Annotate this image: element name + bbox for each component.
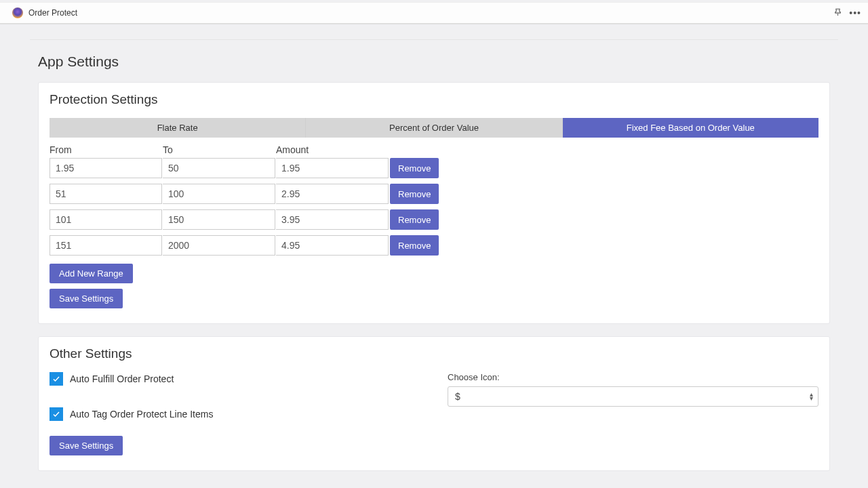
auto-tag-row: Auto Tag Order Protect Line Items <box>50 407 420 421</box>
amount-input[interactable] <box>276 209 389 230</box>
table-row: Remove <box>50 184 818 204</box>
col-from-label: From <box>50 144 162 155</box>
other-settings-card: Other Settings Auto Fulfill Order Protec… <box>38 336 830 471</box>
save-other-settings-button[interactable]: Save Settings <box>50 436 123 455</box>
to-input[interactable] <box>163 158 275 178</box>
chevron-updown-icon: ▴▾ <box>810 392 813 401</box>
protection-settings-card: Protection Settings Flate Rate Percent o… <box>38 82 830 324</box>
save-settings-button[interactable]: Save Settings <box>50 289 123 308</box>
from-input[interactable] <box>50 209 162 230</box>
amount-input[interactable] <box>276 235 389 256</box>
from-input[interactable] <box>50 184 162 204</box>
table-row: Remove <box>50 235 818 256</box>
choose-icon-select[interactable]: ▴▾ <box>448 386 818 407</box>
pin-icon[interactable] <box>833 7 842 19</box>
more-icon[interactable]: ••• <box>849 7 861 18</box>
page-title: App Settings <box>38 54 830 70</box>
from-input[interactable] <box>50 235 162 256</box>
card-title-protection: Protection Settings <box>50 92 818 107</box>
choose-icon-input[interactable] <box>448 386 818 407</box>
remove-button[interactable]: Remove <box>390 235 439 256</box>
amount-input[interactable] <box>276 184 389 204</box>
browser-tab-bar: Order Protect ••• <box>0 2 868 24</box>
table-row: Remove <box>50 158 818 178</box>
remove-button[interactable]: Remove <box>390 158 439 178</box>
auto-tag-checkbox[interactable] <box>50 407 63 421</box>
auto-tag-label: Auto Tag Order Protect Line Items <box>70 409 213 420</box>
add-range-button[interactable]: Add New Range <box>50 264 133 283</box>
auto-fulfill-row: Auto Fulfill Order Protect <box>50 372 420 386</box>
col-to-label: To <box>163 144 275 155</box>
tab-flat-rate[interactable]: Flate Rate <box>50 118 306 138</box>
tab-title: Order Protect <box>28 8 77 18</box>
from-input[interactable] <box>50 158 162 178</box>
card-title-other: Other Settings <box>50 346 818 361</box>
to-input[interactable] <box>163 209 275 230</box>
range-column-headers: From To Amount <box>50 144 818 155</box>
choose-icon-label: Choose Icon: <box>448 372 818 382</box>
to-input[interactable] <box>163 235 275 256</box>
remove-button[interactable]: Remove <box>390 184 439 204</box>
rate-type-tabs: Flate Rate Percent of Order Value Fixed … <box>50 118 818 138</box>
col-amount-label: Amount <box>276 144 389 155</box>
tab-actions: ••• <box>833 7 868 19</box>
range-rows: Remove Remove Remove <box>50 158 818 256</box>
table-row: Remove <box>50 209 818 230</box>
auto-fulfill-label: Auto Fulfill Order Protect <box>70 373 174 384</box>
to-input[interactable] <box>163 184 275 204</box>
firefox-icon <box>12 7 23 18</box>
tab-fixed-fee[interactable]: Fixed Fee Based on Order Value <box>563 118 818 138</box>
tab-percent-order[interactable]: Percent of Order Value <box>306 118 562 138</box>
amount-input[interactable] <box>276 158 389 178</box>
auto-fulfill-checkbox[interactable] <box>50 372 63 386</box>
remove-button[interactable]: Remove <box>390 209 439 230</box>
